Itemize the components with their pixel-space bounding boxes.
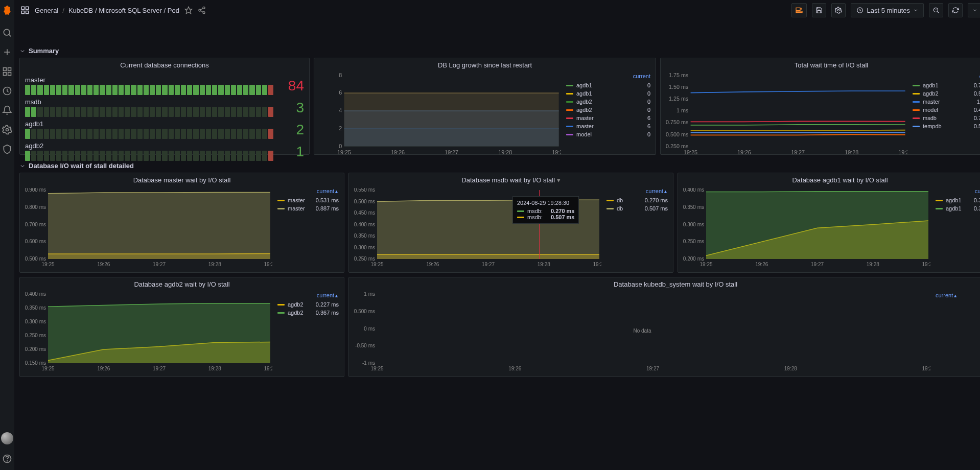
legend-item[interactable]: model0.495 ms xyxy=(913,106,980,114)
legend-item[interactable]: agdb20.367 ms xyxy=(277,309,339,317)
bell-icon[interactable] xyxy=(2,105,12,115)
share-icon[interactable] xyxy=(198,6,206,14)
svg-text:19:28: 19:28 xyxy=(498,149,512,155)
topbar: General / KubeDB / Microsoft SQL Server … xyxy=(14,0,980,20)
connection-row: agdb12 xyxy=(25,120,304,139)
explore-icon[interactable] xyxy=(2,86,12,96)
legend-item[interactable]: db0.270 ms xyxy=(606,196,668,204)
plus-icon[interactable] xyxy=(2,47,12,57)
chart-area[interactable]: 0.500 ms0.600 ms0.700 ms0.800 ms0.900 ms… xyxy=(25,188,272,268)
chart-area[interactable]: 0.250 ms0.500 ms0.750 ms1 ms1.25 ms1.50 … xyxy=(666,73,907,156)
section-summary-toggle[interactable]: Summary xyxy=(19,44,980,58)
svg-point-11 xyxy=(7,461,8,461)
legend-item[interactable]: agdb20 xyxy=(566,106,650,114)
svg-text:19:25: 19:25 xyxy=(370,262,383,267)
refresh-button[interactable] xyxy=(948,3,963,17)
legend-item[interactable]: agdb20.227 ms xyxy=(277,300,339,309)
connection-value: 84 xyxy=(278,78,304,94)
svg-text:19:28: 19:28 xyxy=(208,262,221,267)
legend-item[interactable]: master6 xyxy=(566,122,650,130)
star-icon[interactable] xyxy=(184,6,193,14)
time-picker[interactable]: Last 5 minutes xyxy=(851,3,924,17)
panel-grid-icon[interactable] xyxy=(20,6,30,15)
panel-connections: Current database connections master84msd… xyxy=(19,58,310,155)
legend-swatch xyxy=(566,126,573,127)
panel-title: Database agdb2 wait by I/O stall xyxy=(20,277,344,290)
svg-point-26 xyxy=(838,9,840,11)
legend-swatch xyxy=(277,304,285,306)
panel-detail: Database master wait by I/O stall0.500 m… xyxy=(19,173,344,273)
dashboards-icon[interactable] xyxy=(2,66,12,77)
svg-text:19:26: 19:26 xyxy=(508,366,521,371)
svg-marker-83 xyxy=(377,200,599,259)
grafana-logo-icon[interactable] xyxy=(0,4,14,18)
svg-text:19:27: 19:27 xyxy=(482,262,495,267)
legend-item[interactable]: master1.42 ms xyxy=(913,98,980,106)
svg-text:19:27: 19:27 xyxy=(153,366,166,371)
chart-area[interactable]: 0.250 ms0.300 ms0.350 ms0.400 ms0.450 ms… xyxy=(354,188,601,268)
refresh-interval-button[interactable] xyxy=(968,3,980,17)
legend-item[interactable]: agdb20.594 ms xyxy=(913,89,980,98)
panel-detail: Database agdb1 wait by I/O stall0.200 ms… xyxy=(678,173,980,273)
svg-rect-22 xyxy=(796,8,800,10)
panel-title: Database agdb1 wait by I/O stall xyxy=(678,173,980,186)
svg-marker-109 xyxy=(48,303,270,363)
save-button[interactable] xyxy=(812,3,826,17)
svg-rect-5 xyxy=(8,68,11,71)
chart-legend: current▲agdb10.311 msagdb10.396 ms xyxy=(936,188,980,268)
svg-text:-1 ms: -1 ms xyxy=(362,360,375,366)
connection-gauge xyxy=(25,151,273,161)
legend-item[interactable]: master0.887 ms xyxy=(277,204,339,213)
avatar[interactable] xyxy=(1,432,13,444)
legend-item[interactable]: agdb10 xyxy=(566,89,650,98)
chart-area[interactable]: 0.200 ms0.250 ms0.300 ms0.350 ms0.400 ms… xyxy=(683,188,930,268)
help-icon[interactable] xyxy=(2,454,12,464)
legend-item[interactable]: agdb20 xyxy=(566,98,650,106)
svg-text:1.50 ms: 1.50 ms xyxy=(669,84,688,90)
svg-line-20 xyxy=(201,8,203,10)
legend-item[interactable]: db0.507 ms xyxy=(606,204,668,213)
shield-icon[interactable] xyxy=(2,144,12,154)
legend-item[interactable]: master0.531 ms xyxy=(277,196,339,204)
legend-item[interactable]: agdb10.311 ms xyxy=(936,196,980,204)
svg-marker-16 xyxy=(185,7,192,13)
connection-gauge xyxy=(25,85,273,95)
legend-item[interactable]: model0 xyxy=(566,130,650,138)
svg-text:6: 6 xyxy=(339,89,342,96)
legend-swatch xyxy=(606,200,614,201)
chart-legend: current▲agdb20.227 msagdb20.367 ms xyxy=(277,292,339,372)
legend-swatch xyxy=(936,208,943,209)
legend-item[interactable]: agdb10.396 ms xyxy=(936,204,980,213)
connection-gauge xyxy=(25,129,273,139)
legend-item[interactable]: msdb0.777 ms xyxy=(913,114,980,122)
svg-rect-12 xyxy=(21,7,24,9)
zoom-out-button[interactable] xyxy=(929,3,943,17)
legend-item[interactable]: agdb10 xyxy=(566,81,650,89)
svg-rect-14 xyxy=(21,11,24,14)
legend-swatch xyxy=(913,118,920,119)
svg-text:0.250 ms: 0.250 ms xyxy=(666,143,688,149)
chart-area[interactable]: 0.150 ms0.200 ms0.250 ms0.300 ms0.350 ms… xyxy=(25,292,272,372)
legend-item[interactable]: tempdb0.540 ms xyxy=(913,122,980,130)
chart-area[interactable]: -1 ms-0.50 ms0 ms0.500 ms1 ms19:2519:261… xyxy=(354,292,930,372)
search-icon[interactable] xyxy=(2,28,12,38)
svg-rect-6 xyxy=(4,73,7,76)
breadcrumb-root[interactable]: General xyxy=(35,7,58,14)
legend-swatch xyxy=(277,200,285,201)
legend-item[interactable]: agdb10.707 ms xyxy=(913,81,980,89)
svg-text:19:27: 19:27 xyxy=(646,366,659,371)
svg-point-9 xyxy=(6,129,9,131)
settings-button[interactable] xyxy=(831,3,846,17)
gear-icon[interactable] xyxy=(2,125,12,135)
chart-legend: current▲master0.531 msmaster0.887 ms xyxy=(277,188,339,268)
chart-legend: currentagdb10agdb10agdb20agdb20master6ma… xyxy=(566,73,650,156)
legend-swatch xyxy=(913,126,920,127)
svg-text:0.900 ms: 0.900 ms xyxy=(25,188,46,193)
svg-rect-4 xyxy=(4,68,7,71)
svg-text:0.300 ms: 0.300 ms xyxy=(25,319,46,324)
legend-item[interactable]: master6 xyxy=(566,114,650,122)
add-panel-button[interactable] xyxy=(791,3,807,17)
chart-area[interactable]: 0246819:2519:2619:2719:2819:29 xyxy=(319,73,561,156)
svg-text:19:25: 19:25 xyxy=(41,366,54,371)
chart-legend: current▲db0.270 msdb0.507 ms xyxy=(606,188,668,268)
